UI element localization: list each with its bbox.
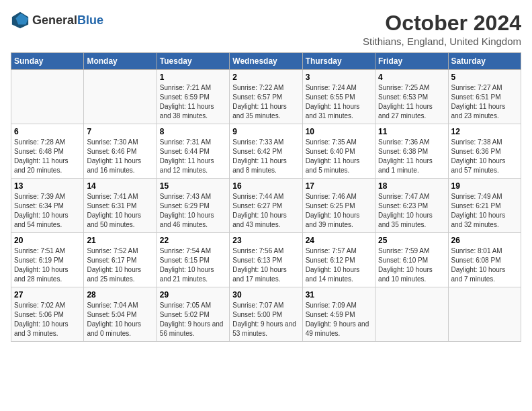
- day-number: 31: [306, 290, 372, 300]
- day-details: Sunrise: 7:47 AMSunset: 6:23 PMDaylight:…: [378, 192, 445, 230]
- calendar-cell: 17 Sunrise: 7:46 AMSunset: 6:25 PMDaylig…: [302, 179, 375, 233]
- calendar-week-row: 1 Sunrise: 7:21 AMSunset: 6:59 PMDayligh…: [11, 70, 521, 124]
- day-details: Sunrise: 7:38 AMSunset: 6:36 PMDaylight:…: [451, 138, 518, 175]
- calendar-cell: 26 Sunrise: 8:01 AMSunset: 6:08 PMDaylig…: [448, 233, 521, 287]
- day-details: Sunrise: 7:24 AMSunset: 6:55 PMDaylight:…: [306, 83, 372, 121]
- day-details: Sunrise: 7:28 AMSunset: 6:48 PMDaylight:…: [14, 138, 81, 175]
- day-number: 24: [306, 236, 372, 245]
- day-header-thursday: Thursday: [302, 53, 375, 70]
- day-details: Sunrise: 7:44 AMSunset: 6:27 PMDaylight:…: [232, 192, 299, 230]
- day-number: 22: [160, 236, 226, 245]
- location-subtitle: Stithians, England, United Kingdom: [363, 36, 521, 47]
- calendar-cell: 25 Sunrise: 7:59 AMSunset: 6:10 PMDaylig…: [375, 233, 448, 287]
- day-number: 26: [451, 236, 518, 245]
- day-header-wednesday: Wednesday: [230, 53, 302, 70]
- calendar-header-row: SundayMondayTuesdayWednesdayThursdayFrid…: [11, 53, 521, 70]
- day-details: Sunrise: 7:41 AMSunset: 6:31 PMDaylight:…: [87, 192, 153, 230]
- day-number: 15: [160, 181, 226, 191]
- calendar-cell: 15 Sunrise: 7:43 AMSunset: 6:29 PMDaylig…: [157, 179, 229, 233]
- day-number: 2: [232, 73, 299, 82]
- calendar-cell: 5 Sunrise: 7:27 AMSunset: 6:51 PMDayligh…: [448, 70, 521, 124]
- calendar-week-row: 13 Sunrise: 7:39 AMSunset: 6:34 PMDaylig…: [11, 179, 521, 233]
- day-details: Sunrise: 7:02 AMSunset: 5:06 PMDaylight:…: [14, 301, 81, 338]
- day-details: Sunrise: 7:54 AMSunset: 6:15 PMDaylight:…: [160, 246, 226, 284]
- month-title: October 2024: [363, 11, 521, 36]
- day-number: 16: [232, 181, 299, 191]
- day-header-sunday: Sunday: [11, 53, 84, 70]
- calendar-cell: 20 Sunrise: 7:51 AMSunset: 6:19 PMDaylig…: [11, 233, 84, 287]
- calendar-week-row: 6 Sunrise: 7:28 AMSunset: 6:48 PMDayligh…: [11, 124, 521, 179]
- calendar-cell: 21 Sunrise: 7:52 AMSunset: 6:17 PMDaylig…: [84, 233, 157, 287]
- day-details: Sunrise: 7:57 AMSunset: 6:12 PMDaylight:…: [306, 246, 372, 284]
- calendar-cell: 9 Sunrise: 7:33 AMSunset: 6:42 PMDayligh…: [230, 124, 302, 179]
- day-number: 9: [232, 127, 299, 136]
- day-number: 23: [232, 236, 299, 245]
- day-number: 14: [87, 181, 153, 191]
- calendar-cell: 14 Sunrise: 7:41 AMSunset: 6:31 PMDaylig…: [84, 179, 157, 233]
- day-number: 10: [306, 127, 372, 136]
- day-number: 19: [451, 181, 518, 191]
- title-block: October 2024 Stithians, England, United …: [363, 11, 521, 47]
- calendar-cell: 30 Sunrise: 7:07 AMSunset: 5:00 PMDaylig…: [230, 287, 302, 342]
- day-number: 20: [14, 236, 81, 245]
- calendar-cell: 1 Sunrise: 7:21 AMSunset: 6:59 PMDayligh…: [157, 70, 229, 124]
- calendar-cell: 27 Sunrise: 7:02 AMSunset: 5:06 PMDaylig…: [11, 287, 84, 342]
- day-number: 8: [160, 127, 226, 136]
- day-number: 3: [306, 73, 372, 82]
- day-details: Sunrise: 7:22 AMSunset: 6:57 PMDaylight:…: [232, 83, 299, 121]
- day-number: 30: [232, 290, 299, 300]
- day-details: Sunrise: 7:25 AMSunset: 6:53 PMDaylight:…: [378, 83, 445, 121]
- calendar-cell: 31 Sunrise: 7:09 AMSunset: 4:59 PMDaylig…: [302, 287, 375, 342]
- calendar-body: 1 Sunrise: 7:21 AMSunset: 6:59 PMDayligh…: [11, 70, 521, 342]
- day-details: Sunrise: 7:27 AMSunset: 6:51 PMDaylight:…: [451, 83, 518, 121]
- calendar-cell: 2 Sunrise: 7:22 AMSunset: 6:57 PMDayligh…: [230, 70, 302, 124]
- calendar-week-row: 27 Sunrise: 7:02 AMSunset: 5:06 PMDaylig…: [11, 287, 521, 342]
- logo-blue: Blue: [77, 13, 103, 27]
- logo-icon: [11, 11, 30, 30]
- calendar-cell: 24 Sunrise: 7:57 AMSunset: 6:12 PMDaylig…: [302, 233, 375, 287]
- calendar-cell: 28 Sunrise: 7:04 AMSunset: 5:04 PMDaylig…: [84, 287, 157, 342]
- day-details: Sunrise: 7:07 AMSunset: 5:00 PMDaylight:…: [232, 301, 299, 338]
- calendar-cell: 8 Sunrise: 7:31 AMSunset: 6:44 PMDayligh…: [157, 124, 229, 179]
- calendar-table: SundayMondayTuesdayWednesdayThursdayFrid…: [11, 52, 521, 342]
- day-details: Sunrise: 7:04 AMSunset: 5:04 PMDaylight:…: [87, 301, 153, 338]
- day-details: Sunrise: 7:46 AMSunset: 6:25 PMDaylight:…: [306, 192, 372, 230]
- day-number: 6: [14, 127, 81, 136]
- calendar-cell: 23 Sunrise: 7:56 AMSunset: 6:13 PMDaylig…: [230, 233, 302, 287]
- day-number: 29: [160, 290, 226, 300]
- calendar-cell: 7 Sunrise: 7:30 AMSunset: 6:46 PMDayligh…: [84, 124, 157, 179]
- logo: GeneralBlue: [11, 11, 103, 30]
- day-number: 7: [87, 127, 153, 136]
- calendar-cell: 13 Sunrise: 7:39 AMSunset: 6:34 PMDaylig…: [11, 179, 84, 233]
- day-details: Sunrise: 7:33 AMSunset: 6:42 PMDaylight:…: [232, 138, 299, 175]
- calendar-cell: [11, 70, 84, 124]
- calendar-cell: 18 Sunrise: 7:47 AMSunset: 6:23 PMDaylig…: [375, 179, 448, 233]
- day-number: 5: [451, 73, 518, 82]
- day-number: 18: [378, 181, 445, 191]
- calendar-cell: [84, 70, 157, 124]
- day-number: 28: [87, 290, 153, 300]
- day-details: Sunrise: 7:31 AMSunset: 6:44 PMDaylight:…: [160, 138, 226, 175]
- calendar-cell: 29 Sunrise: 7:05 AMSunset: 5:02 PMDaylig…: [157, 287, 229, 342]
- day-details: Sunrise: 7:51 AMSunset: 6:19 PMDaylight:…: [14, 246, 81, 284]
- day-header-monday: Monday: [84, 53, 157, 70]
- calendar-cell: 12 Sunrise: 7:38 AMSunset: 6:36 PMDaylig…: [448, 124, 521, 179]
- day-header-saturday: Saturday: [448, 53, 521, 70]
- calendar-cell: 4 Sunrise: 7:25 AMSunset: 6:53 PMDayligh…: [375, 70, 448, 124]
- page-header: GeneralBlue October 2024 Stithians, Engl…: [11, 11, 521, 47]
- day-details: Sunrise: 7:49 AMSunset: 6:21 PMDaylight:…: [451, 192, 518, 230]
- day-number: 1: [160, 73, 226, 82]
- calendar-cell: 6 Sunrise: 7:28 AMSunset: 6:48 PMDayligh…: [11, 124, 84, 179]
- day-details: Sunrise: 7:39 AMSunset: 6:34 PMDaylight:…: [14, 192, 81, 230]
- day-details: Sunrise: 7:09 AMSunset: 4:59 PMDaylight:…: [306, 301, 372, 338]
- day-details: Sunrise: 7:35 AMSunset: 6:40 PMDaylight:…: [306, 138, 372, 175]
- day-details: Sunrise: 7:30 AMSunset: 6:46 PMDaylight:…: [87, 138, 153, 175]
- calendar-cell: [448, 287, 521, 342]
- day-number: 27: [14, 290, 81, 300]
- day-number: 17: [306, 181, 372, 191]
- day-number: 11: [378, 127, 445, 136]
- day-header-tuesday: Tuesday: [157, 53, 229, 70]
- logo-text: GeneralBlue: [32, 13, 103, 28]
- day-header-friday: Friday: [375, 53, 448, 70]
- calendar-cell: 19 Sunrise: 7:49 AMSunset: 6:21 PMDaylig…: [448, 179, 521, 233]
